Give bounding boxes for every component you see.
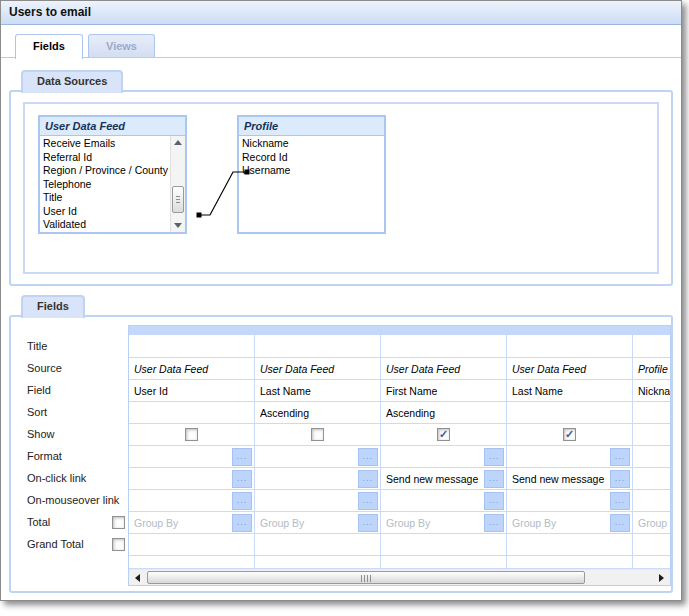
field-item[interactable]: Validated bbox=[40, 218, 170, 232]
cell-total[interactable]: Group By... bbox=[381, 512, 507, 534]
field-item[interactable]: Receive Emails bbox=[40, 137, 170, 151]
show-checkbox[interactable]: ✓ bbox=[437, 428, 450, 441]
cell-sort[interactable] bbox=[633, 402, 670, 424]
cell-grand_total[interactable] bbox=[507, 534, 633, 556]
ellipsis-button[interactable]: ... bbox=[358, 492, 378, 510]
cell-source[interactable]: User Data Feed bbox=[255, 358, 381, 380]
cell-on_click[interactable]: ... bbox=[129, 468, 255, 490]
cell-field[interactable]: First Name bbox=[381, 380, 507, 402]
cell-text: First Name bbox=[381, 385, 506, 397]
cell-show[interactable] bbox=[255, 424, 381, 446]
cell-total[interactable]: Group By... bbox=[255, 512, 381, 534]
cell-sort[interactable] bbox=[507, 402, 633, 424]
ellipsis-button[interactable]: ... bbox=[232, 470, 252, 488]
ellipsis-button[interactable]: ... bbox=[610, 470, 630, 488]
cell-field[interactable]: Last Name bbox=[255, 380, 381, 402]
cell-format[interactable]: ... bbox=[507, 446, 633, 468]
cell-format[interactable]: ... bbox=[255, 446, 381, 468]
cell-on_mouseover[interactable]: ... bbox=[633, 490, 670, 512]
cell-total[interactable]: Group By... bbox=[507, 512, 633, 534]
scroll-up-icon[interactable] bbox=[174, 140, 182, 145]
cell-total[interactable]: Group By... bbox=[129, 512, 255, 534]
cell-show[interactable]: ✓ bbox=[381, 424, 507, 446]
ellipsis-button[interactable]: ... bbox=[610, 514, 630, 532]
cell-source[interactable]: User Data Feed bbox=[129, 358, 255, 380]
field-item[interactable]: Record Id bbox=[239, 151, 384, 165]
show-checkbox[interactable] bbox=[185, 428, 198, 441]
ellipsis-button[interactable]: ... bbox=[610, 492, 630, 510]
cell-format[interactable]: ... bbox=[381, 446, 507, 468]
cell-format[interactable]: ... bbox=[633, 446, 670, 468]
cell-sort[interactable] bbox=[129, 402, 255, 424]
cell-grand_total[interactable] bbox=[129, 534, 255, 556]
cell-on_mouseover[interactable]: ... bbox=[507, 490, 633, 512]
cell-on_click[interactable]: ... bbox=[633, 468, 670, 490]
scrollbar-thumb[interactable] bbox=[147, 571, 585, 584]
grand-total-checkbox[interactable] bbox=[112, 538, 125, 551]
vertical-scrollbar[interactable] bbox=[170, 136, 185, 232]
field-item[interactable]: Title bbox=[40, 191, 170, 205]
grid-row-show: ✓✓ bbox=[129, 424, 670, 446]
ellipsis-button[interactable]: ... bbox=[358, 514, 378, 532]
cell-text: Nickname bbox=[633, 385, 670, 397]
cell-format[interactable]: ... bbox=[129, 446, 255, 468]
scroll-right-icon[interactable] bbox=[659, 574, 664, 582]
tab-views[interactable]: Views bbox=[88, 34, 155, 58]
cell-on_mouseover[interactable]: ... bbox=[381, 490, 507, 512]
cell-on_mouseover[interactable]: ... bbox=[255, 490, 381, 512]
ellipsis-button[interactable]: ... bbox=[232, 514, 252, 532]
show-checkbox[interactable]: ✓ bbox=[563, 428, 576, 441]
cell-on_click[interactable]: ... bbox=[255, 468, 381, 490]
ellipsis-button[interactable]: ... bbox=[358, 448, 378, 466]
cell-title[interactable] bbox=[129, 335, 255, 358]
field-item[interactable]: Nickname bbox=[239, 137, 384, 151]
cell-grand_total[interactable] bbox=[633, 534, 670, 556]
field-item[interactable]: User Id bbox=[40, 205, 170, 219]
field-item[interactable]: Region / Province / County bbox=[40, 164, 170, 178]
field-item[interactable]: Referral Id bbox=[40, 151, 170, 165]
cell-title[interactable] bbox=[633, 335, 670, 358]
cell-field[interactable]: Nickname bbox=[633, 380, 670, 402]
table-profile[interactable]: Profile NicknameRecord IdUsername bbox=[237, 115, 386, 234]
ellipsis-button[interactable]: ... bbox=[610, 448, 630, 466]
cell-field[interactable]: User Id bbox=[129, 380, 255, 402]
row-labels-column: TitleSourceFieldSortShowFormatOn-click l… bbox=[27, 334, 129, 555]
cell-sort[interactable]: Ascending bbox=[255, 402, 381, 424]
ellipsis-button[interactable]: ... bbox=[232, 448, 252, 466]
ellipsis-button[interactable]: ... bbox=[358, 470, 378, 488]
tab-fields[interactable]: Fields bbox=[15, 34, 83, 59]
cell-title[interactable] bbox=[255, 335, 381, 358]
cell-show[interactable] bbox=[129, 424, 255, 446]
cell-title[interactable] bbox=[507, 335, 633, 358]
cell-title[interactable] bbox=[381, 335, 507, 358]
cell-show[interactable] bbox=[633, 424, 670, 446]
ellipsis-button[interactable]: ... bbox=[484, 448, 504, 466]
ellipsis-button[interactable]: ... bbox=[484, 514, 504, 532]
field-item[interactable]: Username bbox=[239, 164, 384, 178]
scroll-down-icon[interactable] bbox=[174, 223, 182, 228]
cell-grand_total[interactable] bbox=[255, 534, 381, 556]
cell-source[interactable]: User Data Feed bbox=[381, 358, 507, 380]
total-checkbox[interactable] bbox=[112, 516, 125, 529]
cell-total[interactable]: Group By... bbox=[633, 512, 670, 534]
cell-sort[interactable]: Ascending bbox=[381, 402, 507, 424]
table-user-data-feed[interactable]: User Data Feed Receive EmailsReferral Id… bbox=[38, 115, 187, 234]
cell-grand_total[interactable] bbox=[381, 534, 507, 556]
cell-source[interactable]: User Data Feed bbox=[507, 358, 633, 380]
ellipsis-button[interactable]: ... bbox=[484, 470, 504, 488]
scroll-left-icon[interactable] bbox=[135, 574, 140, 582]
cell-field[interactable]: Last Name bbox=[507, 380, 633, 402]
cell-show[interactable]: ✓ bbox=[507, 424, 633, 446]
ellipsis-button[interactable]: ... bbox=[484, 492, 504, 510]
fields-grid: User Data FeedUser Data FeedUser Data Fe… bbox=[128, 325, 671, 586]
show-checkbox[interactable] bbox=[311, 428, 324, 441]
scrollbar-thumb[interactable] bbox=[172, 186, 184, 213]
cell-on_mouseover[interactable]: ... bbox=[129, 490, 255, 512]
horizontal-scrollbar[interactable] bbox=[129, 569, 670, 585]
field-item[interactable]: Telephone bbox=[40, 178, 170, 192]
cell-on_click[interactable]: Send new message... bbox=[381, 468, 507, 490]
ellipsis-button[interactable]: ... bbox=[232, 492, 252, 510]
cell-source[interactable]: Profile bbox=[633, 358, 670, 380]
join-connector[interactable] bbox=[193, 163, 257, 227]
cell-on_click[interactable]: Send new message... bbox=[507, 468, 633, 490]
